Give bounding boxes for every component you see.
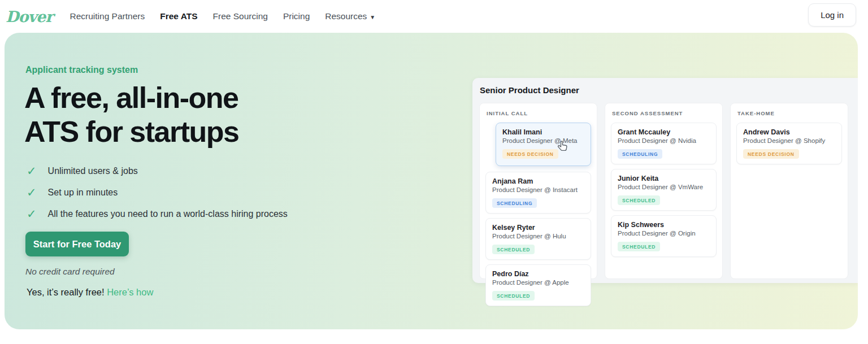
page-title-line2: ATS for startups — [24, 115, 239, 148]
page-title: A free, all-in-one ATS for startups — [24, 81, 239, 149]
candidate-name: Junior Keita — [618, 174, 710, 183]
status-badge: SCHEDULED — [492, 291, 535, 301]
hand-cursor-icon — [556, 140, 570, 156]
status-badge: SCHEDULING — [618, 149, 662, 159]
candidate-role: Product Designer @ Nvidia — [618, 137, 710, 145]
candidate-role: Product Designer @ Instacart — [492, 186, 584, 194]
candidate-name: Pedro Díaz — [492, 269, 584, 278]
feature-label: Unlimited users & jobs — [48, 166, 138, 176]
candidate-name: Anjana Ram — [492, 177, 584, 186]
chevron-down-icon: ▼ — [370, 14, 375, 20]
candidate-role: Product Designer @ Meta — [502, 137, 584, 145]
heres-how-link[interactable]: Here’s how — [107, 287, 153, 297]
checkmark-icon: ✓ — [27, 208, 37, 220]
feature-label: All the features you need to run a world… — [48, 209, 288, 219]
candidate-card[interactable]: Kip Schweers Product Designer @ Origin S… — [611, 215, 717, 257]
candidate-role: Product Designer @ VmWare — [618, 183, 710, 191]
nav-item-free-ats[interactable]: Free ATS — [160, 11, 197, 21]
feature-item: ✓ Unlimited users & jobs — [27, 165, 288, 177]
page-title-line1: A free, all-in-one — [24, 81, 238, 114]
hero-eyebrow: Applicant tracking system — [25, 65, 138, 75]
status-badge: SCHEDULING — [492, 198, 537, 208]
column-header: TAKE-HOME — [737, 110, 842, 116]
nav-item-pricing[interactable]: Pricing — [283, 11, 310, 21]
column-second-assessment: SECOND ASSESSMENT Grant Mccauley Product… — [605, 103, 723, 279]
hero-section: Applicant tracking system A free, all-in… — [5, 33, 858, 329]
nav-item-free-sourcing[interactable]: Free Sourcing — [213, 11, 268, 21]
checkmark-icon: ✓ — [27, 186, 37, 199]
nav-item-resources-label: Resources — [325, 11, 367, 21]
top-nav: Dover Recruiting Partners Free ATS Free … — [0, 0, 868, 33]
login-button[interactable]: Log in — [808, 3, 856, 27]
start-free-button[interactable]: Start for Free Today — [25, 232, 129, 256]
candidate-name: Grant Mccauley — [618, 128, 710, 137]
candidate-card[interactable]: Anjana Ram Product Designer @ Instacart … — [485, 172, 591, 214]
candidate-name: Kelsey Ryter — [492, 223, 584, 232]
candidate-role: Product Designer @ Shopify — [743, 137, 835, 145]
really-free-line: Yes, it’s really free! Here’s how — [27, 287, 153, 298]
no-credit-card-note: No credit card required — [25, 267, 115, 277]
job-title: Senior Product Designer — [480, 85, 579, 95]
candidate-card[interactable]: Grant Mccauley Product Designer @ Nvidia… — [611, 123, 717, 164]
column-initial-call: INITIAL CALL Khalil Imani Product Design… — [479, 103, 597, 279]
feature-item: ✓ All the features you need to run a wor… — [27, 208, 288, 220]
candidate-card[interactable]: Andrew Davis Product Designer @ Shopify … — [736, 123, 842, 164]
column-take-home: TAKE-HOME Andrew Davis Product Designer … — [730, 103, 848, 279]
candidate-card[interactable]: Khalil Imani Product Designer @ Meta NEE… — [496, 123, 591, 166]
candidate-name: Andrew Davis — [743, 128, 835, 137]
checkmark-icon: ✓ — [27, 165, 37, 177]
ats-board-panel: Senior Product Designer INITIAL CALL Kha… — [472, 78, 858, 283]
nav-item-recruiting-partners[interactable]: Recruiting Partners — [70, 11, 145, 21]
nav-item-resources[interactable]: Resources▼ — [325, 11, 375, 21]
board-columns: INITIAL CALL Khalil Imani Product Design… — [479, 103, 848, 279]
column-header: SECOND ASSESSMENT — [612, 110, 717, 116]
feature-checklist: ✓ Unlimited users & jobs ✓ Set up in min… — [27, 165, 288, 220]
status-badge: SCHEDULED — [618, 195, 660, 205]
status-badge: NEEDS DECISION — [502, 149, 558, 159]
really-free-text: Yes, it’s really free! — [27, 287, 107, 297]
candidate-card[interactable]: Junior Keita Product Designer @ VmWare S… — [611, 169, 717, 211]
nav-links: Recruiting Partners Free ATS Free Sourci… — [70, 11, 376, 21]
candidate-name: Kip Schweers — [618, 220, 710, 229]
feature-label: Set up in minutes — [48, 188, 118, 198]
candidate-role: Product Designer @ Origin — [618, 229, 710, 238]
dover-logo[interactable]: Dover — [6, 8, 53, 25]
candidate-role: Product Designer @ Apple — [492, 278, 584, 287]
status-badge: SCHEDULED — [492, 245, 535, 254]
status-badge: NEEDS DECISION — [743, 149, 799, 159]
candidate-name: Khalil Imani — [502, 128, 584, 137]
feature-item: ✓ Set up in minutes — [27, 186, 288, 199]
candidate-card[interactable]: Kelsey Ryter Product Designer @ Hulu SCH… — [485, 218, 591, 260]
candidate-card[interactable]: Pedro Díaz Product Designer @ Apple SCHE… — [485, 264, 591, 306]
candidate-role: Product Designer @ Hulu — [492, 232, 584, 241]
status-badge: SCHEDULED — [618, 242, 660, 251]
column-header: INITIAL CALL — [487, 110, 591, 116]
